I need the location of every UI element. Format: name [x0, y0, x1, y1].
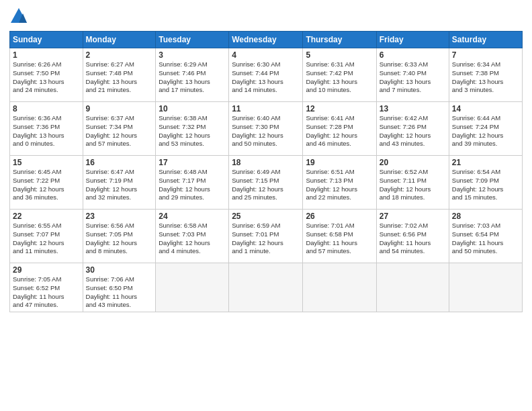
day-number: 13	[380, 104, 446, 113]
calendar-cell: 28Sunrise: 7:03 AM Sunset: 6:54 PM Dayli…	[449, 210, 522, 263]
day-number: 30	[86, 265, 153, 275]
calendar-cell: 11Sunrise: 6:40 AM Sunset: 7:30 PM Dayli…	[229, 102, 303, 156]
calendar-cell	[156, 263, 229, 312]
calendar-cell: 30Sunrise: 7:06 AM Sunset: 6:50 PM Dayli…	[83, 263, 156, 312]
calendar-cell	[229, 263, 303, 312]
calendar-cell: 18Sunrise: 6:49 AM Sunset: 7:15 PM Dayli…	[229, 156, 303, 210]
day-detail: Sunrise: 6:52 AM Sunset: 7:11 PM Dayligh…	[380, 168, 446, 202]
calendar-cell: 9Sunrise: 6:37 AM Sunset: 7:34 PM Daylig…	[83, 102, 156, 156]
day-detail: Sunrise: 6:38 AM Sunset: 7:32 PM Dayligh…	[159, 114, 226, 148]
day-number: 11	[232, 104, 300, 113]
day-number: 1	[13, 50, 80, 60]
day-detail: Sunrise: 6:26 AM Sunset: 7:50 PM Dayligh…	[13, 60, 80, 95]
day-number: 29	[13, 265, 80, 275]
day-detail: Sunrise: 7:01 AM Sunset: 6:58 PM Dayligh…	[306, 222, 373, 256]
calendar-cell: 20Sunrise: 6:52 AM Sunset: 7:11 PM Dayli…	[376, 156, 449, 210]
day-number: 18	[232, 158, 300, 167]
day-number: 28	[452, 212, 519, 221]
calendar-cell: 22Sunrise: 6:55 AM Sunset: 7:07 PM Dayli…	[10, 210, 83, 263]
day-detail: Sunrise: 6:47 AM Sunset: 7:19 PM Dayligh…	[86, 168, 153, 202]
day-number: 10	[159, 104, 226, 113]
day-detail: Sunrise: 7:05 AM Sunset: 6:52 PM Dayligh…	[13, 275, 80, 310]
day-detail: Sunrise: 6:29 AM Sunset: 7:46 PM Dayligh…	[159, 60, 226, 95]
day-detail: Sunrise: 6:58 AM Sunset: 7:03 PM Dayligh…	[159, 222, 226, 256]
calendar-cell: 26Sunrise: 7:01 AM Sunset: 6:58 PM Dayli…	[303, 210, 376, 263]
day-number: 22	[13, 212, 80, 221]
day-detail: Sunrise: 7:02 AM Sunset: 6:56 PM Dayligh…	[380, 222, 446, 256]
calendar-cell: 8Sunrise: 6:36 AM Sunset: 7:36 PM Daylig…	[10, 102, 83, 156]
calendar-cell: 12Sunrise: 6:41 AM Sunset: 7:28 PM Dayli…	[303, 102, 376, 156]
day-number: 7	[452, 50, 519, 60]
day-detail: Sunrise: 6:37 AM Sunset: 7:34 PM Dayligh…	[86, 114, 153, 148]
calendar-cell: 23Sunrise: 6:56 AM Sunset: 7:05 PM Dayli…	[83, 210, 156, 263]
logo	[9, 7, 31, 26]
calendar-cell: 7Sunrise: 6:34 AM Sunset: 7:38 PM Daylig…	[449, 48, 522, 102]
calendar-cell: 25Sunrise: 6:59 AM Sunset: 7:01 PM Dayli…	[229, 210, 303, 263]
calendar-cell: 16Sunrise: 6:47 AM Sunset: 7:19 PM Dayli…	[83, 156, 156, 210]
day-number: 27	[380, 212, 446, 221]
day-number: 9	[86, 104, 153, 113]
calendar-cell: 17Sunrise: 6:48 AM Sunset: 7:17 PM Dayli…	[156, 156, 229, 210]
day-number: 20	[380, 158, 446, 167]
day-number: 24	[159, 212, 226, 221]
day-number: 23	[86, 212, 153, 221]
day-number: 16	[86, 158, 153, 167]
day-detail: Sunrise: 6:56 AM Sunset: 7:05 PM Dayligh…	[86, 222, 153, 256]
day-detail: Sunrise: 7:03 AM Sunset: 6:54 PM Dayligh…	[452, 222, 519, 256]
calendar-cell	[449, 263, 522, 312]
calendar-cell: 24Sunrise: 6:58 AM Sunset: 7:03 PM Dayli…	[156, 210, 229, 263]
day-detail: Sunrise: 6:36 AM Sunset: 7:36 PM Dayligh…	[13, 114, 80, 148]
day-detail: Sunrise: 6:41 AM Sunset: 7:28 PM Dayligh…	[306, 114, 373, 148]
calendar-cell: 2Sunrise: 6:27 AM Sunset: 7:48 PM Daylig…	[83, 48, 156, 102]
day-detail: Sunrise: 6:44 AM Sunset: 7:24 PM Dayligh…	[452, 114, 519, 148]
day-number: 5	[306, 50, 373, 60]
weekday-header: Monday	[83, 32, 156, 48]
weekday-header: Saturday	[449, 32, 522, 48]
day-detail: Sunrise: 6:31 AM Sunset: 7:42 PM Dayligh…	[306, 60, 373, 95]
day-number: 3	[159, 50, 226, 60]
day-detail: Sunrise: 6:40 AM Sunset: 7:30 PM Dayligh…	[232, 114, 300, 148]
logo-icon	[9, 7, 28, 26]
day-detail: Sunrise: 6:49 AM Sunset: 7:15 PM Dayligh…	[232, 168, 300, 202]
header	[9, 7, 523, 26]
day-detail: Sunrise: 6:54 AM Sunset: 7:09 PM Dayligh…	[452, 168, 519, 202]
day-detail: Sunrise: 6:33 AM Sunset: 7:40 PM Dayligh…	[380, 60, 446, 95]
day-detail: Sunrise: 6:59 AM Sunset: 7:01 PM Dayligh…	[232, 222, 300, 256]
calendar-cell: 3Sunrise: 6:29 AM Sunset: 7:46 PM Daylig…	[156, 48, 229, 102]
day-number: 14	[452, 104, 519, 113]
day-detail: Sunrise: 6:30 AM Sunset: 7:44 PM Dayligh…	[232, 60, 300, 95]
weekday-header: Tuesday	[156, 32, 229, 48]
weekday-header: Wednesday	[229, 32, 303, 48]
day-number: 12	[306, 104, 373, 113]
calendar-cell: 6Sunrise: 6:33 AM Sunset: 7:40 PM Daylig…	[376, 48, 449, 102]
day-number: 4	[232, 50, 300, 60]
calendar-cell	[376, 263, 449, 312]
calendar-cell	[303, 263, 376, 312]
day-detail: Sunrise: 7:06 AM Sunset: 6:50 PM Dayligh…	[86, 275, 153, 310]
day-number: 25	[232, 212, 300, 221]
calendar-cell: 4Sunrise: 6:30 AM Sunset: 7:44 PM Daylig…	[229, 48, 303, 102]
day-detail: Sunrise: 6:42 AM Sunset: 7:26 PM Dayligh…	[380, 114, 446, 148]
weekday-header: Thursday	[303, 32, 376, 48]
day-number: 26	[306, 212, 373, 221]
calendar-cell: 13Sunrise: 6:42 AM Sunset: 7:26 PM Dayli…	[376, 102, 449, 156]
calendar-cell: 27Sunrise: 7:02 AM Sunset: 6:56 PM Dayli…	[376, 210, 449, 263]
day-number: 8	[13, 104, 80, 113]
day-detail: Sunrise: 6:55 AM Sunset: 7:07 PM Dayligh…	[13, 222, 80, 256]
day-number: 21	[452, 158, 519, 167]
calendar-cell: 5Sunrise: 6:31 AM Sunset: 7:42 PM Daylig…	[303, 48, 376, 102]
calendar-cell: 21Sunrise: 6:54 AM Sunset: 7:09 PM Dayli…	[449, 156, 522, 210]
page: SundayMondayTuesdayWednesdayThursdayFrid…	[0, 0, 532, 411]
calendar-cell: 29Sunrise: 7:05 AM Sunset: 6:52 PM Dayli…	[10, 263, 83, 312]
day-detail: Sunrise: 6:51 AM Sunset: 7:13 PM Dayligh…	[306, 168, 373, 202]
day-detail: Sunrise: 6:27 AM Sunset: 7:48 PM Dayligh…	[86, 60, 153, 95]
calendar-cell: 15Sunrise: 6:45 AM Sunset: 7:22 PM Dayli…	[10, 156, 83, 210]
calendar-cell: 14Sunrise: 6:44 AM Sunset: 7:24 PM Dayli…	[449, 102, 522, 156]
calendar-cell: 19Sunrise: 6:51 AM Sunset: 7:13 PM Dayli…	[303, 156, 376, 210]
day-number: 19	[306, 158, 373, 167]
day-detail: Sunrise: 6:48 AM Sunset: 7:17 PM Dayligh…	[159, 168, 226, 202]
calendar: SundayMondayTuesdayWednesdayThursdayFrid…	[9, 31, 523, 312]
calendar-cell: 1Sunrise: 6:26 AM Sunset: 7:50 PM Daylig…	[10, 48, 83, 102]
day-number: 2	[86, 50, 153, 60]
day-detail: Sunrise: 6:45 AM Sunset: 7:22 PM Dayligh…	[13, 168, 80, 202]
